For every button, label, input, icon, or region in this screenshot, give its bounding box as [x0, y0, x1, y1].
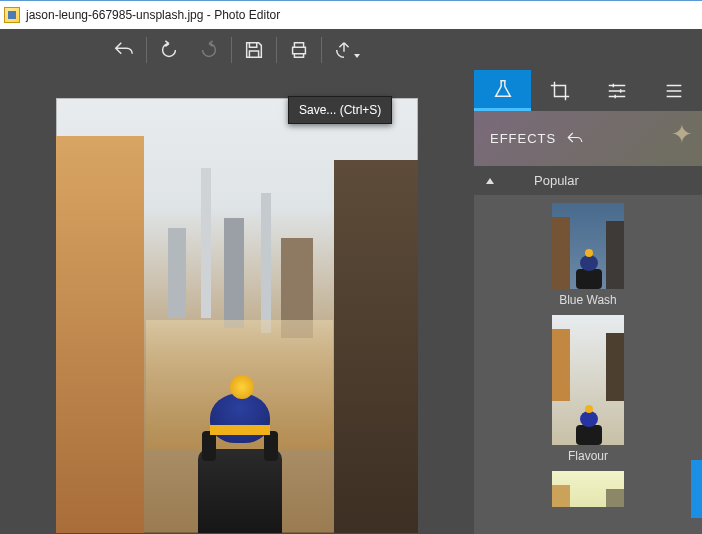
undo-icon	[113, 39, 135, 61]
save-icon	[243, 39, 265, 61]
tab-crop[interactable]	[531, 70, 588, 111]
effect-blue-wash[interactable]: Blue Wash	[549, 203, 627, 307]
undo-step-icon	[158, 39, 180, 61]
canvas-image-content	[56, 136, 144, 533]
effects-thumbnails: Blue Wash Flavour	[474, 195, 702, 534]
redo-step-button[interactable]	[189, 30, 229, 70]
tab-effects[interactable]	[474, 70, 531, 111]
canvas-area	[0, 70, 474, 534]
collapse-triangle-icon	[486, 178, 494, 184]
content-area: Save... (Ctrl+S) EFFECTS ✦	[0, 70, 702, 534]
undo-step-button[interactable]	[149, 30, 189, 70]
thumbnail-image	[552, 471, 624, 507]
save-tooltip: Save... (Ctrl+S)	[288, 96, 392, 124]
separator	[321, 37, 322, 63]
redo-step-icon	[198, 39, 220, 61]
photo-canvas[interactable]	[56, 98, 418, 533]
category-row[interactable]: Popular	[474, 166, 702, 195]
effect-third[interactable]	[549, 471, 627, 511]
tab-adjust[interactable]	[588, 70, 645, 111]
tab-more[interactable]	[645, 70, 702, 111]
app-icon	[4, 7, 20, 23]
category-label: Popular	[534, 173, 579, 188]
share-button[interactable]	[324, 30, 364, 70]
separator	[231, 37, 232, 63]
thumbnail-image	[552, 315, 624, 445]
thumbnail-label: Flavour	[568, 449, 608, 463]
effects-label: EFFECTS	[490, 131, 556, 146]
separator	[276, 37, 277, 63]
side-panel: EFFECTS ✦ Popular Blue Wash	[474, 70, 702, 534]
reset-icon[interactable]	[566, 130, 584, 148]
more-icon	[663, 80, 685, 102]
flask-icon	[492, 78, 514, 100]
print-button[interactable]	[279, 30, 319, 70]
separator	[146, 37, 147, 63]
side-tabs	[474, 70, 702, 111]
effect-flavour[interactable]: Flavour	[549, 315, 627, 463]
selection-marker	[691, 460, 702, 518]
effects-header: EFFECTS ✦	[474, 111, 702, 166]
thumbnail-label: Blue Wash	[559, 293, 617, 307]
undo-button[interactable]	[104, 30, 144, 70]
crop-icon	[549, 80, 571, 102]
sliders-icon	[606, 80, 628, 102]
window-title: jason-leung-667985-unsplash.jpg - Photo …	[26, 8, 280, 22]
save-button[interactable]	[234, 30, 274, 70]
print-icon	[288, 39, 310, 61]
thumbnail-image	[552, 203, 624, 289]
share-icon	[333, 39, 355, 61]
butterfly-decoration: ✦	[671, 119, 694, 150]
titlebar: jason-leung-667985-unsplash.jpg - Photo …	[0, 0, 702, 29]
main-toolbar	[0, 29, 702, 70]
app-window: jason-leung-667985-unsplash.jpg - Photo …	[0, 0, 702, 534]
